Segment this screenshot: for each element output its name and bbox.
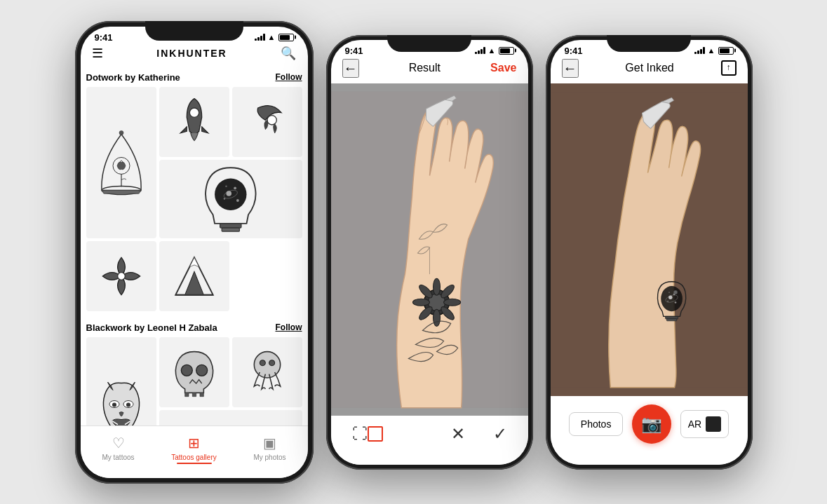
gallery-header: ☰ INKHUNTER 🔍 [81, 46, 308, 67]
ar-header: ← Get Inked [551, 59, 748, 83]
ar-button[interactable]: AR [680, 410, 729, 438]
ar-label: AR [688, 418, 701, 430]
status-icons-3: ▲ [694, 46, 734, 55]
follow-button-2[interactable]: Follow [276, 322, 302, 332]
tattoo-svg-skull [166, 344, 222, 400]
tattoo-lightbulb[interactable] [159, 160, 302, 238]
ar-title: Get Inked [625, 62, 673, 74]
save-button[interactable]: Save [490, 62, 516, 74]
svg-point-52 [674, 301, 676, 304]
tattoo-mountain[interactable] [159, 241, 229, 311]
section1-header: Dotwork by Katherine Follow [86, 67, 302, 87]
tattoo-svg-octopus [239, 344, 295, 400]
battery-icon-1 [278, 34, 294, 41]
nav-my-photos[interactable]: ▣ My photos [232, 432, 308, 464]
tattoo-svg-flower [93, 248, 149, 304]
svg-point-11 [226, 191, 231, 196]
svg-point-27 [269, 360, 274, 365]
search-icon[interactable]: 🔍 [281, 46, 296, 61]
tattoo-rose-dome[interactable] [86, 87, 156, 238]
svg-rect-46 [665, 316, 678, 319]
hamburger-icon[interactable]: ☰ [92, 46, 103, 61]
wifi-icon-3: ▲ [708, 46, 715, 55]
heart-icon: ♡ [112, 435, 125, 451]
tattoo-svg-rocket [166, 94, 222, 150]
grid-icon: ⊞ [188, 435, 200, 451]
ar-bottom-bar: Photos 📷 AR [551, 396, 748, 465]
section1-grid [86, 87, 302, 311]
follow-button-1[interactable]: Follow [276, 72, 302, 82]
svg-point-42 [412, 299, 429, 306]
svg-point-26 [260, 360, 265, 365]
camera-icon: 📷 [641, 414, 662, 434]
square-selector[interactable] [368, 426, 383, 442]
signal-icon-3 [694, 47, 705, 54]
section1-title: Dotwork by Katherine [86, 72, 180, 83]
svg-point-40 [433, 309, 440, 326]
status-icons-1: ▲ [255, 33, 294, 41]
svg-point-15 [225, 186, 227, 188]
svg-point-53 [668, 292, 670, 293]
svg-point-6 [189, 108, 199, 117]
svg-point-12 [234, 187, 236, 190]
svg-point-24 [196, 365, 207, 376]
ar-color-swatch [706, 416, 721, 432]
svg-rect-5 [103, 191, 140, 194]
tattoo-moon-flower[interactable] [232, 87, 302, 157]
nav-label-gallery: Tattoos gallery [171, 454, 216, 461]
notch-3 [607, 35, 691, 52]
crop-icon[interactable]: ⛶ [352, 425, 368, 443]
result-hand-svg [331, 83, 528, 416]
tattoo-svg-mountain [166, 248, 222, 304]
nav-gallery[interactable]: ⊞ Tattoos gallery [156, 432, 232, 464]
nav-my-tattoos[interactable]: ♡ My tattoos [81, 432, 156, 464]
confirm-button[interactable]: ✓ [493, 424, 507, 444]
phone-ar: 9:41 ▲ ← Get Inked [546, 35, 753, 470]
svg-rect-9 [222, 228, 239, 231]
wifi-icon-1: ▲ [268, 33, 276, 41]
time-2: 9:41 [345, 46, 363, 56]
app-logo: INKHUNTER [156, 48, 227, 59]
tattoo-flower-diamond[interactable] [86, 241, 156, 311]
svg-point-4 [119, 131, 123, 135]
signal-icon-2 [475, 47, 485, 54]
back-button[interactable]: ← [342, 59, 359, 78]
phone-gallery: 9:41 ▲ ☰ INKHUNTER 🔍 [75, 21, 314, 484]
bottom-nav: ♡ My tattoos ⊞ Tattoos gallery ▣ My phot… [81, 425, 308, 478]
notch-2 [387, 35, 471, 52]
svg-point-25 [254, 351, 280, 377]
result-bottom-bar: ⛶ ✕ ✓ [331, 416, 528, 465]
svg-point-49 [668, 295, 672, 299]
svg-point-22 [126, 403, 130, 407]
phones-container: 9:41 ▲ ☰ INKHUNTER 🔍 [75, 21, 753, 484]
cancel-button[interactable]: ✕ [451, 424, 465, 444]
gallery-scroll[interactable]: Dotwork by Katherine Follow [81, 67, 308, 478]
signal-icon-1 [255, 34, 265, 41]
time-1: 9:41 [95, 32, 113, 43]
export-icon[interactable] [721, 60, 737, 76]
capture-button[interactable]: 📷 [632, 404, 671, 444]
wifi-icon-2: ▲ [488, 46, 496, 55]
nav-label-photos: My photos [253, 454, 285, 461]
svg-point-7 [267, 115, 276, 124]
phone-result: 9:41 ▲ ← Result Save [326, 35, 533, 470]
svg-rect-8 [220, 224, 241, 228]
tattoo-svg-bulb [166, 163, 295, 234]
svg-point-51 [667, 300, 668, 301]
notch-1 [145, 21, 243, 41]
tattoo-rocket[interactable] [159, 87, 229, 157]
result-header: ← Result Save [331, 59, 528, 83]
tattoo-svg-moon [239, 94, 295, 150]
ar-back-button[interactable]: ← [562, 59, 579, 78]
tattoo-skull[interactable] [159, 337, 229, 407]
svg-point-38 [443, 299, 460, 306]
photos-button[interactable]: Photos [569, 412, 624, 436]
svg-point-55 [673, 290, 677, 294]
ar-camera-area [551, 83, 748, 396]
tattoo-octopus[interactable] [232, 337, 302, 407]
tattoo-svg-rose [93, 102, 149, 223]
section2-title: Blackwork by Leonel H Zabala [86, 322, 217, 333]
svg-point-36 [433, 278, 440, 295]
time-3: 9:41 [565, 46, 583, 56]
svg-point-23 [181, 365, 192, 376]
